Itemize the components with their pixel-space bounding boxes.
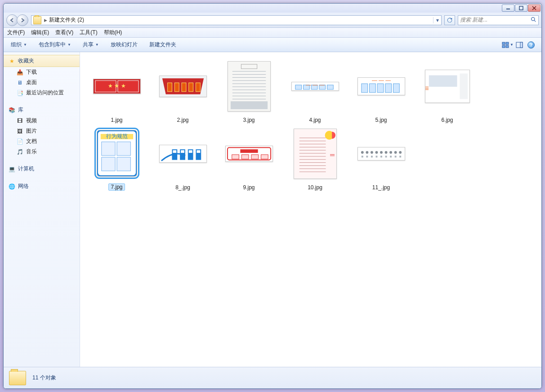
titlebar (4, 4, 541, 13)
svg-text:— — —: — — — (306, 82, 325, 87)
sidebar-recent[interactable]: 📑最近访问的位置 (4, 88, 80, 98)
file-item[interactable]: 8_.jpg (150, 126, 216, 193)
refresh-button[interactable] (444, 15, 455, 25)
sidebar-favorites-header[interactable]: ★ 收藏夹 (4, 55, 80, 67)
file-item[interactable]: || 10.jpg (282, 126, 348, 193)
help-button[interactable]: ? (525, 40, 537, 50)
svg-point-99 (384, 151, 387, 154)
music-icon: 🎵 (16, 148, 23, 156)
maximize-button[interactable] (515, 4, 527, 12)
file-name: 4.jpg (309, 117, 321, 123)
include-in-library-button[interactable]: 包含到库中▼ (36, 40, 74, 49)
status-bar: 11 个对象 (4, 367, 541, 388)
menu-file[interactable]: 文件(F) (7, 29, 25, 36)
sidebar-documents[interactable]: 📄文档 (4, 136, 80, 147)
folder-icon (9, 371, 26, 385)
svg-rect-9 (506, 45, 509, 48)
file-item[interactable]: 2.jpg (150, 58, 216, 126)
file-item[interactable]: — — — 5.jpg (348, 58, 414, 126)
svg-rect-1 (519, 6, 523, 10)
sidebar-computer[interactable]: 💻计算机 (4, 163, 80, 174)
slideshow-button[interactable]: 放映幻灯片 (108, 40, 140, 49)
thumbnail (159, 145, 207, 163)
status-count: 11 个对象 (32, 374, 56, 382)
downloads-label: 下载 (26, 68, 37, 76)
file-name: 5.jpg (375, 117, 387, 123)
organize-button[interactable]: 组织▼ (8, 40, 30, 49)
svg-rect-108 (385, 156, 387, 157)
menu-help[interactable]: 帮助(H) (104, 29, 122, 36)
sidebar-pictures[interactable]: 🖼图片 (4, 126, 80, 136)
file-item[interactable]: 11_.jpg (348, 126, 414, 193)
address-bar[interactable]: ▶ 新建文件夹 (2) ▾ (31, 15, 442, 25)
svg-rect-11 (520, 42, 523, 48)
svg-rect-107 (380, 156, 382, 157)
thumbnail: — — — (357, 77, 405, 95)
menu-tools[interactable]: 工具(T) (80, 29, 97, 36)
new-folder-button[interactable]: 新建文件夹 (147, 40, 179, 49)
svg-rect-53 (429, 76, 457, 87)
svg-point-95 (366, 151, 368, 154)
svg-point-94 (361, 151, 363, 154)
chevron-right-icon: ▶ (44, 18, 47, 22)
body: ★ 收藏夹 📥下载 🖥桌面 📑最近访问的位置 📚库 🎞视频 🖼图片 📄文档 🎵音… (4, 52, 541, 367)
svg-rect-17 (167, 83, 172, 92)
minimize-button[interactable] (502, 4, 514, 12)
svg-rect-61 (117, 157, 130, 171)
thumbnail-wrap (216, 58, 282, 114)
menu-view[interactable]: 查看(V) (55, 29, 73, 36)
include-label: 包含到库中 (39, 41, 66, 49)
forward-button[interactable] (17, 14, 28, 26)
explorer-window: ▶ 新建文件夹 (2) ▾ 搜索 新建... 文件(F) 编辑(E) 查看(V)… (3, 3, 542, 389)
share-label: 共享 (83, 41, 94, 49)
sidebar-music[interactable]: 🎵音乐 (4, 147, 80, 157)
svg-rect-74 (232, 155, 239, 159)
recent-label: 最近访问的位置 (26, 89, 64, 97)
address-dropdown-button[interactable]: ▾ (433, 17, 441, 23)
file-item[interactable]: — — — 4.jpg (282, 58, 348, 126)
close-button[interactable] (528, 4, 541, 12)
sidebar-desktop[interactable]: 🖥桌面 (4, 77, 80, 88)
svg-rect-36 (230, 101, 267, 109)
svg-rect-64 (173, 150, 176, 153)
file-name: 10.jpg (308, 184, 322, 191)
search-input[interactable]: 搜索 新建... (458, 15, 539, 25)
sidebar-downloads[interactable]: 📥下载 (4, 67, 80, 77)
video-icon: 🎞 (16, 117, 23, 125)
sidebar-libraries-header[interactable]: 📚库 (4, 104, 80, 116)
folder-icon (33, 16, 41, 24)
file-item[interactable]: ★ ★ ★ 1.jpg (84, 58, 150, 126)
file-name: 7.jpg (108, 183, 125, 191)
svg-rect-46 (369, 84, 375, 93)
file-name: 9.jpg (243, 184, 255, 191)
file-item[interactable]: 9.jpg (216, 126, 282, 193)
preview-pane-button[interactable] (514, 40, 525, 50)
thumbnail-wrap (150, 126, 216, 182)
thumbnail-wrap: 行为规范 (84, 126, 150, 181)
svg-rect-59 (117, 142, 130, 156)
file-item[interactable]: ||| 6.jpg (414, 58, 480, 126)
thumbnail-wrap (150, 58, 216, 114)
menu-edit[interactable]: 编辑(E) (31, 29, 49, 36)
file-name: 6.jpg (441, 117, 453, 123)
svg-rect-19 (182, 83, 186, 92)
change-view-button[interactable]: ▼ (502, 40, 514, 50)
thumbnail-wrap: — — — (282, 58, 348, 114)
svg-rect-20 (188, 83, 193, 92)
svg-rect-103 (361, 156, 363, 157)
file-item[interactable]: 3.jpg (216, 58, 282, 126)
downloads-icon: 📥 (16, 69, 23, 76)
svg-rect-52 (460, 74, 468, 99)
sidebar-video[interactable]: 🎞视频 (4, 116, 80, 126)
file-item[interactable]: 行为规范 7.jpg (84, 126, 150, 193)
sidebar-network[interactable]: 🌐网络 (4, 181, 80, 192)
network-icon: 🌐 (8, 183, 15, 190)
thumbnail-wrap: — — — (348, 58, 414, 114)
share-button[interactable]: 共享▼ (80, 40, 102, 49)
thumbnail (228, 61, 271, 111)
svg-rect-106 (375, 156, 377, 157)
file-view[interactable]: ★ ★ ★ 1.jpg 2.jpg 3.jpg — — — 4.jpg — — … (80, 52, 541, 367)
svg-rect-111 (399, 156, 401, 157)
thumbnail (159, 76, 207, 97)
documents-label: 文档 (26, 138, 37, 145)
